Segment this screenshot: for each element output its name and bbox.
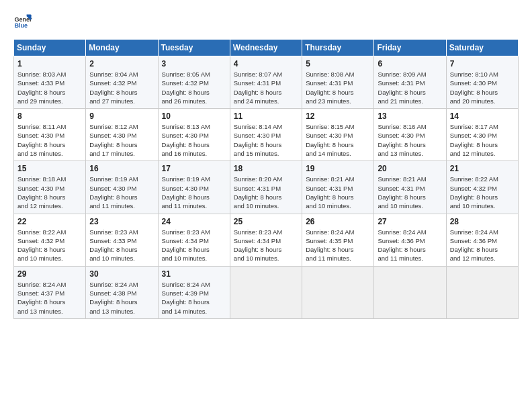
col-header-saturday: Saturday — [446, 40, 518, 56]
day-number: 15 — [17, 164, 82, 173]
day-info: Sunrise: 8:24 AM Sunset: 4:36 PM Dayligh… — [450, 228, 515, 263]
calendar-week-2: 8Sunrise: 8:11 AM Sunset: 4:30 PM Daylig… — [14, 109, 519, 161]
calendar-cell: 8Sunrise: 8:11 AM Sunset: 4:30 PM Daylig… — [14, 109, 86, 161]
calendar-cell: 25Sunrise: 8:23 AM Sunset: 4:34 PM Dayli… — [230, 214, 302, 266]
day-info: Sunrise: 8:22 AM Sunset: 4:32 PM Dayligh… — [17, 228, 82, 263]
day-number: 7 — [450, 59, 515, 68]
col-header-wednesday: Wednesday — [230, 40, 302, 56]
day-number: 10 — [162, 111, 226, 121]
day-number: 16 — [89, 164, 154, 173]
day-info: Sunrise: 8:05 AM Sunset: 4:32 PM Dayligh… — [162, 70, 226, 105]
calendar-cell: 7Sunrise: 8:10 AM Sunset: 4:30 PM Daylig… — [446, 56, 518, 109]
day-info: Sunrise: 8:21 AM Sunset: 4:31 PM Dayligh… — [306, 175, 370, 210]
calendar-cell — [302, 266, 374, 318]
day-number: 23 — [89, 217, 154, 226]
calendar-cell: 26Sunrise: 8:24 AM Sunset: 4:35 PM Dayli… — [302, 214, 374, 266]
day-number: 24 — [162, 217, 226, 226]
col-header-sunday: Sunday — [14, 40, 86, 56]
calendar-cell: 1Sunrise: 8:03 AM Sunset: 4:33 PM Daylig… — [14, 56, 86, 109]
day-number: 9 — [89, 111, 154, 121]
day-number: 29 — [17, 269, 82, 279]
col-header-thursday: Thursday — [302, 40, 374, 56]
day-number: 11 — [234, 111, 298, 121]
day-number: 21 — [450, 164, 515, 173]
day-info: Sunrise: 8:24 AM Sunset: 4:36 PM Dayligh… — [378, 228, 442, 263]
day-info: Sunrise: 8:07 AM Sunset: 4:31 PM Dayligh… — [234, 70, 298, 105]
calendar-cell — [230, 266, 302, 318]
calendar-cell — [374, 266, 446, 318]
day-info: Sunrise: 8:19 AM Sunset: 4:30 PM Dayligh… — [162, 175, 226, 210]
calendar: SundayMondayTuesdayWednesdayThursdayFrid… — [13, 39, 519, 319]
calendar-cell: 11Sunrise: 8:14 AM Sunset: 4:30 PM Dayli… — [230, 109, 302, 161]
day-number: 18 — [234, 164, 298, 173]
day-number: 22 — [17, 217, 82, 226]
day-info: Sunrise: 8:12 AM Sunset: 4:30 PM Dayligh… — [89, 122, 154, 158]
day-info: Sunrise: 8:18 AM Sunset: 4:30 PM Dayligh… — [17, 175, 82, 210]
calendar-cell: 19Sunrise: 8:21 AM Sunset: 4:31 PM Dayli… — [302, 161, 374, 214]
calendar-cell: 23Sunrise: 8:23 AM Sunset: 4:33 PM Dayli… — [86, 214, 158, 266]
header: General Blue — [13, 12, 519, 31]
day-info: Sunrise: 8:16 AM Sunset: 4:30 PM Dayligh… — [378, 122, 442, 158]
day-info: Sunrise: 8:04 AM Sunset: 4:32 PM Dayligh… — [89, 70, 154, 105]
calendar-cell: 18Sunrise: 8:20 AM Sunset: 4:31 PM Dayli… — [230, 161, 302, 214]
calendar-cell: 30Sunrise: 8:24 AM Sunset: 4:38 PM Dayli… — [86, 266, 158, 318]
day-info: Sunrise: 8:08 AM Sunset: 4:31 PM Dayligh… — [306, 70, 370, 105]
day-info: Sunrise: 8:24 AM Sunset: 4:38 PM Dayligh… — [89, 280, 154, 316]
day-number: 8 — [17, 111, 82, 121]
calendar-week-4: 22Sunrise: 8:22 AM Sunset: 4:32 PM Dayli… — [14, 214, 519, 266]
day-info: Sunrise: 8:14 AM Sunset: 4:30 PM Dayligh… — [234, 122, 298, 158]
calendar-cell: 9Sunrise: 8:12 AM Sunset: 4:30 PM Daylig… — [86, 109, 158, 161]
calendar-cell: 24Sunrise: 8:23 AM Sunset: 4:34 PM Dayli… — [158, 214, 230, 266]
calendar-cell: 12Sunrise: 8:15 AM Sunset: 4:30 PM Dayli… — [302, 109, 374, 161]
day-info: Sunrise: 8:21 AM Sunset: 4:31 PM Dayligh… — [378, 175, 442, 210]
calendar-cell: 15Sunrise: 8:18 AM Sunset: 4:30 PM Dayli… — [14, 161, 86, 214]
day-number: 14 — [450, 111, 515, 121]
day-info: Sunrise: 8:03 AM Sunset: 4:33 PM Dayligh… — [17, 70, 82, 105]
calendar-cell: 2Sunrise: 8:04 AM Sunset: 4:32 PM Daylig… — [86, 56, 158, 109]
day-number: 5 — [306, 59, 370, 68]
day-info: Sunrise: 8:11 AM Sunset: 4:30 PM Dayligh… — [17, 122, 82, 158]
day-info: Sunrise: 8:19 AM Sunset: 4:30 PM Dayligh… — [89, 175, 154, 210]
col-header-tuesday: Tuesday — [158, 40, 230, 56]
day-number: 2 — [89, 59, 154, 68]
calendar-cell: 5Sunrise: 8:08 AM Sunset: 4:31 PM Daylig… — [302, 56, 374, 109]
day-number: 13 — [378, 111, 442, 121]
day-info: Sunrise: 8:20 AM Sunset: 4:31 PM Dayligh… — [234, 175, 298, 210]
day-number: 25 — [234, 217, 298, 226]
calendar-week-1: 1Sunrise: 8:03 AM Sunset: 4:33 PM Daylig… — [14, 56, 519, 109]
day-info: Sunrise: 8:24 AM Sunset: 4:39 PM Dayligh… — [162, 280, 226, 316]
calendar-cell: 27Sunrise: 8:24 AM Sunset: 4:36 PM Dayli… — [374, 214, 446, 266]
day-info: Sunrise: 8:22 AM Sunset: 4:32 PM Dayligh… — [450, 175, 515, 210]
day-info: Sunrise: 8:15 AM Sunset: 4:30 PM Dayligh… — [306, 122, 370, 158]
calendar-cell: 13Sunrise: 8:16 AM Sunset: 4:30 PM Dayli… — [374, 109, 446, 161]
calendar-week-3: 15Sunrise: 8:18 AM Sunset: 4:30 PM Dayli… — [14, 161, 519, 214]
calendar-cell: 3Sunrise: 8:05 AM Sunset: 4:32 PM Daylig… — [158, 56, 230, 109]
calendar-cell: 21Sunrise: 8:22 AM Sunset: 4:32 PM Dayli… — [446, 161, 518, 214]
svg-text:Blue: Blue — [14, 22, 28, 29]
day-number: 28 — [450, 217, 515, 226]
col-header-friday: Friday — [374, 40, 446, 56]
calendar-cell: 31Sunrise: 8:24 AM Sunset: 4:39 PM Dayli… — [158, 266, 230, 318]
day-info: Sunrise: 8:13 AM Sunset: 4:30 PM Dayligh… — [162, 122, 226, 158]
day-number: 26 — [306, 217, 370, 226]
logo-icon: General Blue — [13, 12, 32, 31]
page: General Blue SundayMondayTuesdayWednesda… — [0, 0, 532, 326]
day-info: Sunrise: 8:17 AM Sunset: 4:30 PM Dayligh… — [450, 122, 515, 158]
day-info: Sunrise: 8:24 AM Sunset: 4:37 PM Dayligh… — [17, 280, 82, 316]
day-info: Sunrise: 8:23 AM Sunset: 4:34 PM Dayligh… — [234, 228, 298, 263]
calendar-cell — [446, 266, 518, 318]
calendar-cell: 6Sunrise: 8:09 AM Sunset: 4:31 PM Daylig… — [374, 56, 446, 109]
calendar-cell: 16Sunrise: 8:19 AM Sunset: 4:30 PM Dayli… — [86, 161, 158, 214]
calendar-cell: 17Sunrise: 8:19 AM Sunset: 4:30 PM Dayli… — [158, 161, 230, 214]
calendar-cell: 14Sunrise: 8:17 AM Sunset: 4:30 PM Dayli… — [446, 109, 518, 161]
day-info: Sunrise: 8:23 AM Sunset: 4:33 PM Dayligh… — [89, 228, 154, 263]
day-number: 30 — [89, 269, 154, 279]
calendar-cell: 28Sunrise: 8:24 AM Sunset: 4:36 PM Dayli… — [446, 214, 518, 266]
day-number: 3 — [162, 59, 226, 68]
day-number: 1 — [17, 59, 82, 68]
day-number: 6 — [378, 59, 442, 68]
calendar-header-row: SundayMondayTuesdayWednesdayThursdayFrid… — [14, 40, 519, 56]
calendar-cell: 20Sunrise: 8:21 AM Sunset: 4:31 PM Dayli… — [374, 161, 446, 214]
calendar-cell: 4Sunrise: 8:07 AM Sunset: 4:31 PM Daylig… — [230, 56, 302, 109]
logo: General Blue — [13, 12, 32, 31]
